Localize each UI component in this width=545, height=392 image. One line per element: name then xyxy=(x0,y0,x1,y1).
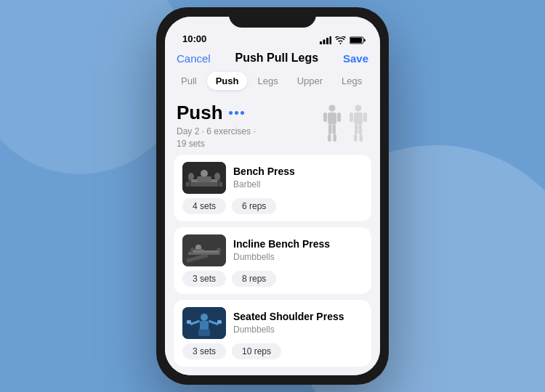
svg-point-6 xyxy=(329,105,336,112)
exercise-thumbnail-shoulder xyxy=(182,307,226,339)
svg-rect-21 xyxy=(360,134,363,142)
svg-rect-2 xyxy=(326,38,328,44)
tabs: Pull Push Legs Upper Legs xyxy=(172,72,373,90)
svg-rect-40 xyxy=(198,329,210,336)
svg-rect-42 xyxy=(200,321,209,330)
svg-rect-5 xyxy=(350,38,362,43)
content-area: Push Day 2 · 6 exercises ·19 sets xyxy=(165,96,380,375)
svg-rect-12 xyxy=(328,134,331,142)
svg-rect-7 xyxy=(328,113,336,124)
status-icons xyxy=(320,36,366,44)
exercise-info-bench: Bench Press Barbell xyxy=(233,166,363,189)
svg-rect-20 xyxy=(354,134,358,142)
svg-rect-0 xyxy=(320,41,322,44)
svg-rect-8 xyxy=(323,113,327,122)
svg-rect-46 xyxy=(217,320,222,324)
body-front-figure xyxy=(322,105,342,142)
svg-rect-13 xyxy=(334,134,337,142)
phone-frame: 10:00 xyxy=(156,7,389,385)
exercise-equipment-bench: Barbell xyxy=(233,179,363,189)
body-figure xyxy=(322,105,368,142)
reps-tag-shoulder[interactable]: 10 reps xyxy=(232,343,281,359)
svg-rect-11 xyxy=(333,124,336,134)
exercise-card-shoulder[interactable]: Seated Shoulder Press Dumbbells 3 sets 1… xyxy=(174,300,371,367)
shoulder-press-image xyxy=(182,307,226,339)
sets-tag-bench[interactable]: 4 sets xyxy=(182,198,226,214)
exercise-tags-incline: 3 sets 8 reps xyxy=(182,271,363,287)
svg-rect-30 xyxy=(197,176,211,182)
tab-pull[interactable]: Pull xyxy=(172,72,206,90)
exercise-info-incline: Incline Bench Press Dumbbells xyxy=(233,238,363,262)
exercise-name-incline: Incline Bench Press xyxy=(233,238,363,250)
push-subtitle: Day 2 · 6 exercises ·19 sets xyxy=(177,126,256,150)
status-time: 10:00 xyxy=(182,33,206,44)
bench-press-image xyxy=(182,162,226,194)
exercise-info-shoulder: Seated Shoulder Press Dumbbells xyxy=(233,311,363,335)
nav-bar: Cancel Push Pull Legs Save xyxy=(165,49,380,70)
nav-title: Push Pull Legs xyxy=(235,52,318,65)
exercise-tags-shoulder: 3 sets 10 reps xyxy=(182,343,363,359)
phone-notch xyxy=(229,7,316,28)
dot-2 xyxy=(235,111,238,115)
tab-legs-2[interactable]: Legs xyxy=(333,72,371,90)
svg-rect-23 xyxy=(186,182,222,187)
svg-point-27 xyxy=(214,173,220,180)
phone-screen: 10:00 xyxy=(165,17,380,375)
svg-rect-45 xyxy=(187,320,191,324)
svg-rect-3 xyxy=(330,36,332,44)
svg-rect-38 xyxy=(193,250,219,253)
battery-icon xyxy=(350,36,366,44)
tab-push[interactable]: Push xyxy=(207,72,248,90)
reps-tag-bench[interactable]: 6 reps xyxy=(232,198,276,214)
sets-tag-incline[interactable]: 3 sets xyxy=(182,271,226,287)
svg-rect-10 xyxy=(328,124,332,134)
exercise-equipment-shoulder: Dumbbells xyxy=(233,324,363,335)
push-section-info: Push Day 2 · 6 exercises ·19 sets xyxy=(177,102,256,150)
exercise-row: Bench Press Barbell xyxy=(182,162,363,194)
cancel-button[interactable]: Cancel xyxy=(177,52,211,65)
exercise-thumbnail-bench xyxy=(182,162,226,194)
exercise-thumbnail-incline xyxy=(182,234,226,266)
exercise-name-shoulder: Seated Shoulder Press xyxy=(233,311,363,323)
push-header: Push Day 2 · 6 exercises ·19 sets xyxy=(174,99,371,152)
exercise-row: Incline Bench Press Dumbbells xyxy=(182,234,363,266)
exercise-tags-bench: 4 sets 6 reps xyxy=(182,198,363,214)
exercise-card-incline[interactable]: Incline Bench Press Dumbbells 3 sets 8 r… xyxy=(174,227,371,294)
exercise-list: Bench Press Barbell 4 sets 6 reps xyxy=(174,155,371,367)
sets-tag-shoulder[interactable]: 3 sets xyxy=(182,343,226,359)
svg-rect-18 xyxy=(355,124,358,134)
svg-rect-1 xyxy=(323,40,326,45)
tab-upper[interactable]: Upper xyxy=(288,72,331,90)
incline-press-image xyxy=(182,234,226,266)
dot-3 xyxy=(241,111,244,115)
exercise-row: Seated Shoulder Press Dumbbells xyxy=(182,307,363,339)
tabs-container: Pull Push Legs Upper Legs xyxy=(165,70,380,96)
signal-icon xyxy=(320,36,331,44)
svg-point-14 xyxy=(355,105,362,112)
exercise-card-bench-press[interactable]: Bench Press Barbell 4 sets 6 reps xyxy=(174,155,371,221)
wifi-icon xyxy=(335,36,346,44)
svg-rect-15 xyxy=(354,113,363,124)
reps-tag-incline[interactable]: 8 reps xyxy=(232,271,276,287)
svg-point-29 xyxy=(201,170,208,177)
svg-rect-17 xyxy=(363,113,367,122)
svg-rect-16 xyxy=(350,113,353,122)
svg-rect-19 xyxy=(359,124,363,134)
exercise-equipment-incline: Dumbbells xyxy=(233,252,363,262)
exercise-name-bench: Bench Press xyxy=(233,166,363,178)
push-title: Push xyxy=(177,102,256,124)
tab-legs-1[interactable]: Legs xyxy=(249,72,286,90)
svg-point-41 xyxy=(201,314,208,321)
svg-point-26 xyxy=(188,173,194,180)
save-button[interactable]: Save xyxy=(343,52,368,65)
body-back-figure xyxy=(348,105,368,142)
dot-1 xyxy=(229,111,233,115)
more-options-button[interactable] xyxy=(229,111,244,115)
svg-rect-9 xyxy=(337,113,341,122)
